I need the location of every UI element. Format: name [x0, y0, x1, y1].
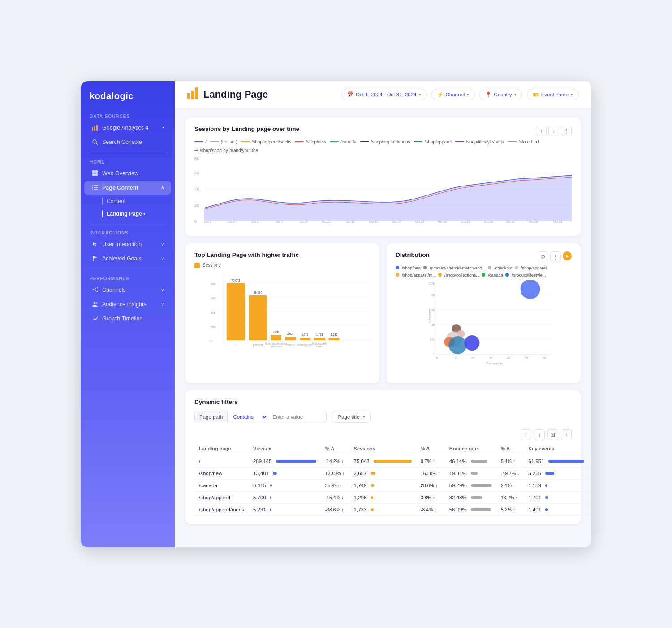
filter-value-input[interactable]: [268, 411, 326, 422]
svg-rect-6: [95, 170, 98, 173]
chevron-down-icon: ▾: [571, 92, 573, 97]
table-sort-up-btn[interactable]: ↑: [521, 429, 531, 440]
charts-row: Top Landing Page with higher traffic Ses…: [185, 243, 581, 383]
col-views[interactable]: Views ▾: [249, 443, 321, 455]
sidebar-item-web-overview[interactable]: Web Overview: [84, 167, 171, 180]
svg-text:Key events: Key events: [486, 361, 503, 365]
cell-key-events: 1,159: [524, 479, 588, 491]
cell-sessions: 1,749: [349, 479, 416, 491]
sidebar-item-user-interaction[interactable]: User Interaction ∨: [84, 238, 171, 251]
svg-text:Oct 25: Oct 25: [484, 220, 493, 223]
svg-text:Oct 11: Oct 11: [322, 220, 331, 223]
sidebar-sub-item-content[interactable]: Content: [84, 195, 171, 207]
cell-bounce-rate: 32.48%: [445, 491, 496, 503]
table-sort-down-btn[interactable]: ↓: [534, 429, 545, 440]
svg-text:0: 0: [194, 219, 197, 223]
svg-text:20K: 20K: [211, 325, 216, 329]
views-bar: [270, 508, 271, 511]
legend-item: /shop/new: [295, 139, 326, 144]
svg-point-3: [93, 140, 96, 143]
bar-legend-label: Sessions: [202, 263, 221, 268]
cell-bounce-rate: 59.29%: [445, 479, 496, 491]
chart-more-btn[interactable]: ⋮: [561, 126, 572, 136]
cell-bounce-delta: 5.2% ↑: [496, 503, 524, 515]
cell-views-delta: -14.2% ↓: [321, 455, 349, 467]
col-sessions: Sessions: [349, 443, 416, 455]
cell-key-events: 1,701: [524, 491, 588, 503]
svg-text:1K: 1K: [431, 323, 435, 326]
svg-rect-25: [195, 87, 198, 99]
calendar-icon: 📅: [347, 91, 353, 98]
dist-more-btn[interactable]: ⋮: [550, 251, 561, 262]
svg-line-4: [96, 143, 98, 145]
svg-text:2.5K: 2.5K: [429, 282, 435, 285]
sidebar-item-channels[interactable]: Channels ∨: [84, 283, 171, 297]
sidebar-item-label: User Interaction: [102, 241, 142, 247]
chart-up-btn[interactable]: ↑: [536, 126, 547, 136]
sidebar-item-page-content[interactable]: Page Content ∧: [84, 181, 171, 195]
page-path-filter[interactable]: Page path Contains Starts with Ends with…: [194, 411, 327, 423]
chart-down-btn[interactable]: ↓: [548, 126, 559, 136]
cell-views: 5,700: [249, 491, 321, 503]
svg-rect-23: [187, 93, 190, 99]
svg-text:Oct 29: Oct 29: [529, 220, 538, 223]
table-row: / 289,145 -14.2% ↓ 75,043 0.7% ↑ 46.14% …: [194, 455, 591, 467]
svg-rect-24: [191, 91, 194, 99]
sidebar-item-search-console[interactable]: Search Console: [84, 135, 171, 149]
sidebar-item-audience-insights[interactable]: Audience Insights ∨: [84, 298, 171, 311]
chevron-down-icon: ▾: [467, 92, 469, 97]
section-label-home: Home: [81, 155, 175, 166]
cell-views-delta: -15.4% ↓: [321, 491, 349, 503]
table-more-btn[interactable]: ⋮: [561, 429, 572, 440]
col-sessions-delta: % Δ: [416, 443, 445, 455]
date-range-filter[interactable]: 📅 Oct 1, 2024 - Oct 31, 2024 ▾: [341, 89, 427, 100]
sub-item-label: Landing Page •: [107, 211, 145, 217]
cell-bounce-rate: 19.31%: [445, 467, 496, 479]
svg-line-20: [94, 290, 96, 291]
channel-filter[interactable]: ⚡ Channel ▾: [431, 89, 475, 100]
svg-text:40K: 40K: [211, 310, 216, 315]
cell-sessions: 2,657: [349, 467, 416, 479]
sidebar-item-google-analytics[interactable]: Google Analytics 4 •: [84, 121, 171, 134]
col-bounce-rate: Bounce rate: [445, 443, 496, 455]
chevron-down-icon: ▾: [419, 92, 421, 97]
dist-filter-btn[interactable]: ⚙: [538, 251, 548, 262]
bar-chart-title: Top Landing Page with higher traffic: [194, 251, 370, 258]
top-header: Landing Page 📅 Oct 1, 2024 - Oct 31, 202…: [175, 81, 591, 108]
legend-item: /shop/apparel/mens: [360, 139, 410, 144]
bounce-bar: [471, 496, 482, 499]
event-name-filter[interactable]: 🎫 Event name ▾: [527, 89, 579, 100]
chart-icon: [91, 124, 99, 131]
contains-select[interactable]: Contains Starts with Ends with Equals: [228, 411, 268, 423]
sidebar-item-achieved-goals[interactable]: Achieved Goals ∨: [84, 252, 171, 265]
table-row: /canada 6,415 35.9% ↑ 1,749 28.6% ↑ 59.2…: [194, 479, 591, 491]
sidebar: kodalogic Data Sources Google Analytics …: [81, 81, 175, 547]
page-title-filter[interactable]: Page title ▾: [332, 411, 371, 423]
svg-text:2K: 2K: [471, 356, 475, 359]
dynamic-filters-card: Dynamic filters Page path Contains Start…: [185, 390, 581, 524]
app-container: kodalogic Data Sources Google Analytics …: [81, 81, 591, 547]
cell-sessions-delta: 28.6% ↑: [416, 479, 445, 491]
channel-icon: ⚡: [437, 91, 444, 98]
location-icon: 📍: [485, 91, 491, 98]
svg-text:Oct 9: Oct 9: [300, 220, 307, 223]
cell-sessions: 1,296: [349, 491, 416, 503]
sidebar-item-label: Achieved Goals: [102, 256, 142, 262]
sidebar-item-growth-timeline[interactable]: Growth Timeline: [84, 312, 171, 325]
share-icon: [91, 286, 99, 294]
svg-text:75,043: 75,043: [231, 278, 240, 282]
legend-item: /canada: [330, 139, 357, 144]
svg-text:Oct 31: Oct 31: [553, 220, 562, 223]
svg-text:1,733: 1,733: [316, 333, 323, 336]
svg-text:/mens: /mens: [316, 345, 323, 346]
country-filter[interactable]: 📍 Country ▾: [479, 89, 522, 100]
cell-views-delta: 120.0% ↑: [321, 467, 349, 479]
sidebar-item-label: Google Analytics 4: [102, 125, 149, 131]
legend-item: /canada: [482, 273, 503, 277]
sidebar-sub-item-landing-page[interactable]: Landing Page •: [84, 208, 171, 220]
table-export-btn[interactable]: ⊞: [547, 429, 558, 440]
country-label: Country: [494, 92, 512, 97]
svg-text:3K: 3K: [489, 356, 493, 359]
svg-text:/shop/new: /shop/new: [271, 345, 282, 346]
dist-nav-btn[interactable]: ▶: [563, 251, 572, 260]
